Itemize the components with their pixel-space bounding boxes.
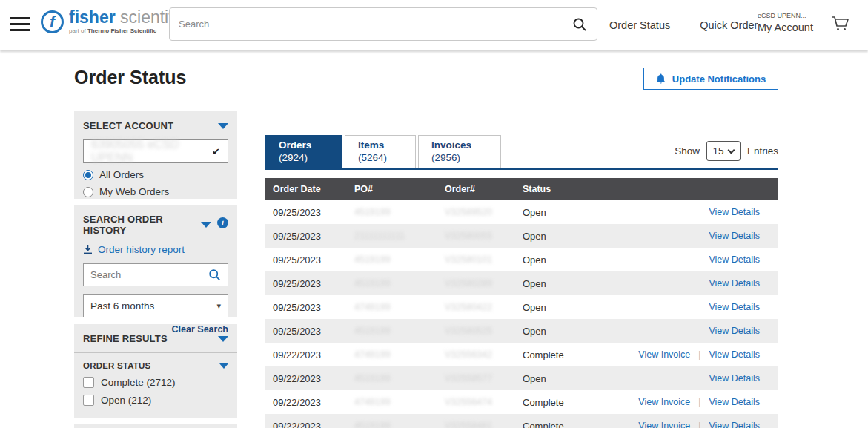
collapse-triangle-icon[interactable] bbox=[219, 363, 228, 369]
entries-per-page-select[interactable]: 15 bbox=[706, 141, 741, 161]
table-header-row: Order DatePO#Order#Status bbox=[265, 178, 778, 200]
po-number-cell: 4519199 bbox=[348, 373, 439, 383]
order-date-cell: 09/25/2023 bbox=[265, 207, 348, 218]
checkbox-label: Open (212) bbox=[101, 395, 151, 406]
order-number-cell: V32580101 bbox=[439, 254, 517, 265]
tab-items[interactable]: Items(5264) bbox=[345, 135, 416, 168]
order-history-report-label: Order history report bbox=[98, 244, 185, 255]
checkbox[interactable] bbox=[83, 377, 94, 388]
update-notifications-button[interactable]: Update Notifications bbox=[643, 68, 778, 90]
view-details-link[interactable]: View Details bbox=[709, 254, 760, 265]
view-details-link[interactable]: View Details bbox=[709, 421, 760, 428]
column-header-status: Status bbox=[517, 184, 582, 194]
po-number-cell: 4519199 bbox=[348, 207, 439, 217]
date-range-value: Past 6 months bbox=[90, 300, 154, 312]
my-account-label: My Account bbox=[758, 22, 813, 33]
nav-quick-order[interactable]: Quick Order bbox=[700, 19, 758, 31]
entries-per-page-value: 15 bbox=[712, 145, 723, 157]
radio-label: My Web Orders bbox=[99, 186, 169, 197]
table-row: 09/25/20234519199V32580101OpenView Detai… bbox=[265, 248, 778, 271]
account-select[interactable]: 63905055 eCSD UPENN ✔ bbox=[83, 139, 228, 163]
column-header-order: Order# bbox=[439, 184, 517, 194]
column-header-orderdate: Order Date bbox=[265, 184, 348, 194]
info-icon[interactable]: i bbox=[217, 217, 228, 228]
order-date-cell: 09/22/2023 bbox=[265, 397, 348, 408]
download-icon bbox=[83, 245, 93, 254]
fisher-scientific-logo[interactable]: f fisher scientific part of Thermo Fishe… bbox=[41, 9, 185, 34]
radio-option-my-web-orders[interactable]: My Web Orders bbox=[83, 186, 228, 197]
collapse-triangle-icon[interactable] bbox=[218, 123, 228, 129]
global-search-input[interactable] bbox=[170, 19, 563, 30]
order-history-report-link[interactable]: Order history report bbox=[83, 244, 228, 255]
order-number-cell: V32558577 bbox=[439, 373, 517, 383]
brand-tagline: part of Thermo Fisher Scientific bbox=[69, 27, 185, 34]
link-separator: | bbox=[698, 349, 700, 360]
order-number-cell: V32580525 bbox=[439, 326, 517, 336]
view-details-link[interactable]: View Details bbox=[709, 231, 760, 241]
nav-order-status[interactable]: Order Status bbox=[609, 19, 670, 31]
order-date-cell: 09/22/2023 bbox=[265, 373, 348, 384]
row-actions: View Details bbox=[582, 302, 778, 312]
show-entries-control: Show 15 Entries bbox=[675, 141, 778, 161]
hamburger-menu-icon[interactable] bbox=[10, 17, 30, 35]
row-actions: View Details bbox=[582, 207, 778, 217]
status-cell: Open bbox=[517, 254, 582, 266]
checkmark-icon: ✔ bbox=[212, 146, 220, 157]
checkbox-label: Complete (2712) bbox=[101, 377, 176, 388]
search-order-history-panel: SEARCH ORDER HISTORY i Order history rep… bbox=[74, 205, 237, 317]
date-range-select[interactable]: Past 6 months ▾ bbox=[83, 294, 228, 317]
order-search-input[interactable] bbox=[90, 269, 208, 280]
order-status-page: f fisher scientific part of Thermo Fishe… bbox=[0, 0, 868, 428]
po-number-cell: 4749199 bbox=[348, 397, 439, 407]
order-number-cell: V32580289 bbox=[439, 278, 517, 289]
checkbox-option-open-212-[interactable]: Open (212) bbox=[83, 395, 228, 406]
global-search-bar bbox=[169, 7, 597, 41]
search-order-history-title: SEARCH ORDER HISTORY bbox=[83, 214, 201, 236]
table-row: 09/22/20234749199V32556474CompleteView I… bbox=[265, 390, 778, 414]
view-invoice-link[interactable]: View Invoice bbox=[638, 421, 690, 428]
order-date-cell: 09/25/2023 bbox=[265, 231, 348, 242]
collapse-triangle-icon[interactable] bbox=[201, 222, 211, 228]
view-details-link[interactable]: View Details bbox=[709, 207, 760, 217]
view-invoice-link[interactable]: View Invoice bbox=[638, 349, 690, 360]
checkbox-option-complete-2712-[interactable]: Complete (2712) bbox=[83, 377, 228, 388]
view-details-link[interactable]: View Details bbox=[709, 397, 760, 407]
cart-icon[interactable] bbox=[830, 15, 849, 36]
radio-button[interactable] bbox=[83, 170, 93, 180]
order-number-cell: V32558481 bbox=[439, 421, 517, 428]
status-cell: Open bbox=[517, 231, 582, 242]
table-row: 09/22/20234519199V32558577OpenView Detai… bbox=[265, 366, 778, 390]
table-row: 09/25/20234519199V32580289OpenView Detai… bbox=[265, 271, 778, 295]
view-details-link[interactable]: View Details bbox=[709, 349, 760, 360]
order-date-cell: 09/25/2023 bbox=[265, 302, 348, 313]
orders-table: Order DatePO#Order#Status 09/25/20234519… bbox=[265, 178, 778, 428]
tabs-underline bbox=[265, 168, 778, 170]
radio-option-all-orders[interactable]: All Orders bbox=[83, 169, 228, 180]
view-details-link[interactable]: View Details bbox=[709, 326, 760, 336]
view-details-link[interactable]: View Details bbox=[709, 278, 760, 289]
view-invoice-link[interactable]: View Invoice bbox=[638, 397, 690, 407]
row-actions: View Details bbox=[582, 373, 778, 383]
po-number-cell: 21111111111 bbox=[348, 231, 439, 241]
top-navigation: Order StatusQuick Order bbox=[609, 0, 758, 50]
divider bbox=[74, 352, 237, 353]
view-details-link[interactable]: View Details bbox=[709, 373, 760, 383]
collapse-triangle-icon[interactable] bbox=[218, 336, 228, 342]
column-header-po: PO# bbox=[348, 184, 439, 194]
row-actions: View Invoice|View Details bbox=[582, 349, 778, 360]
po-number-cell: 4519199 bbox=[348, 278, 439, 289]
status-cell: Complete bbox=[517, 421, 582, 428]
search-icon[interactable] bbox=[208, 269, 221, 281]
refine-results-panel: REFINE RESULTS ORDER STATUS Complete (27… bbox=[74, 324, 237, 418]
entries-label: Entries bbox=[747, 145, 778, 157]
my-account-menu[interactable]: eCSD UPENN... My Account bbox=[758, 12, 813, 33]
radio-button[interactable] bbox=[83, 187, 93, 197]
view-details-link[interactable]: View Details bbox=[709, 302, 760, 312]
tab-invoices[interactable]: Invoices(2956) bbox=[418, 135, 501, 168]
row-actions: View Invoice|View Details bbox=[582, 421, 778, 428]
search-icon[interactable] bbox=[563, 8, 597, 40]
po-number-cell: 4749199 bbox=[348, 302, 439, 312]
checkbox[interactable] bbox=[83, 395, 94, 406]
table-row: 09/22/20234519199V32558481CompleteView I… bbox=[265, 414, 778, 428]
tab-orders[interactable]: Orders(2924) bbox=[265, 135, 342, 168]
